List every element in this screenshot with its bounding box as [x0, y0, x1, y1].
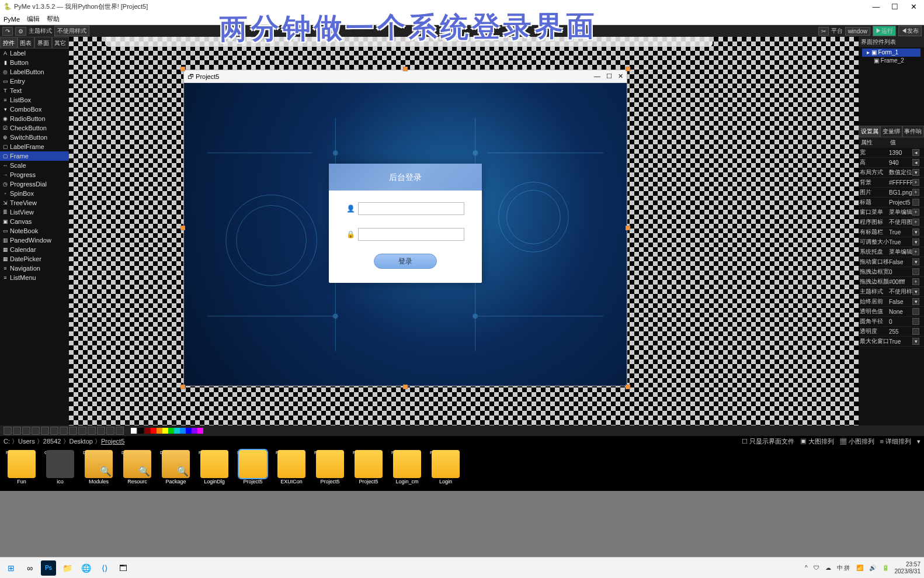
- tool-line-icon[interactable]: [13, 427, 21, 435]
- widget-navigation[interactable]: ≡Navigation: [0, 264, 69, 273]
- task-vscode-icon[interactable]: ⟨⟩: [97, 560, 112, 576]
- widget-scale[interactable]: ↔Scale: [0, 161, 69, 170]
- prop-row[interactable]: 透明度255: [859, 327, 924, 337]
- tree-frame2[interactable]: ▣ Frame_2: [862, 57, 920, 65]
- tray-wifi-icon[interactable]: 📶: [856, 565, 863, 571]
- widget-listbox[interactable]: ≡ListBox: [0, 95, 69, 105]
- tool-circle-icon[interactable]: [69, 427, 77, 435]
- design-window[interactable]: 🗗 Project5 — ☐ ✕: [183, 70, 627, 386]
- file-fun[interactable]: FILEFun: [5, 450, 39, 487]
- prop-row[interactable]: 拖拽边框颜色#00ffff+: [859, 277, 924, 287]
- platform-dropdown[interactable]: window: [845, 27, 870, 36]
- file-modules[interactable]: DIR🔍Modules: [82, 450, 116, 487]
- tray-ime[interactable]: 中 拼: [837, 564, 850, 572]
- tool-rrect-icon[interactable]: [50, 427, 58, 435]
- design-canvas[interactable]: 🗗 Project5 — ☐ ✕: [69, 37, 859, 425]
- path-seg[interactable]: 28542: [43, 438, 61, 445]
- minimize-button[interactable]: —: [871, 2, 881, 12]
- task-explorer-icon[interactable]: 📁: [60, 560, 75, 576]
- file-login[interactable]: PY-WILogin: [429, 450, 463, 487]
- file-ico[interactable]: COico: [43, 450, 77, 487]
- tool-diamond-icon[interactable]: [60, 427, 68, 435]
- view-detail[interactable]: 详细排列: [885, 438, 911, 445]
- run-button[interactable]: ▶运行: [873, 26, 896, 36]
- prop-row[interactable]: 标题Project5: [859, 198, 924, 207]
- widget-listmenu[interactable]: ≡ListMenu: [0, 273, 69, 282]
- tray-chevron-icon[interactable]: ^: [805, 565, 808, 571]
- widget-radiobutton[interactable]: ◉RadioButton: [0, 114, 69, 123]
- theme-dropdown[interactable]: 不使用样式: [54, 26, 89, 36]
- prop-row[interactable]: 程序图标不使用图+: [859, 217, 924, 227]
- tab-widgets[interactable]: 控件: [0, 37, 18, 49]
- widget-progressdial[interactable]: ◷ProgressDial: [0, 179, 69, 189]
- widget-datepicker[interactable]: ▦DatePicker: [0, 254, 69, 264]
- prop-row[interactable]: 系统托盘菜单编辑+: [859, 247, 924, 257]
- widget-treeview[interactable]: ⇲TreeView: [0, 198, 69, 207]
- publish-button[interactable]: ◀发布: [898, 26, 922, 36]
- prop-row[interactable]: 透明色值None: [859, 307, 924, 317]
- menu-pyme[interactable]: PyMe: [4, 16, 20, 23]
- file-login_cm[interactable]: PY-CMLogin_cm: [390, 450, 424, 487]
- tree-form1[interactable]: ▸ ▣ Form_1: [862, 49, 920, 57]
- widget-canvas[interactable]: ▣Canvas: [0, 217, 69, 226]
- swatch[interactable]: [131, 428, 137, 434]
- menu-edit[interactable]: 编辑: [27, 15, 40, 23]
- tool-tri-icon[interactable]: [32, 427, 40, 435]
- menu-help[interactable]: 帮助: [47, 15, 60, 23]
- prop-row[interactable]: 拖拽边框宽度0: [859, 267, 924, 277]
- file-project5[interactable]: PY-WIProject5: [236, 450, 270, 487]
- path-seg[interactable]: Project5: [101, 438, 124, 445]
- file-resourc[interactable]: DIR🔍Resourc: [120, 450, 154, 487]
- tool-rect-icon[interactable]: [41, 427, 49, 435]
- widget-switchbutton[interactable]: ⊕SwitchButton: [0, 133, 69, 142]
- prop-row[interactable]: 可调整大小True▾: [859, 237, 924, 247]
- prop-row[interactable]: 窗口菜单菜单编辑+: [859, 207, 924, 217]
- tool-x-icon[interactable]: [116, 427, 124, 435]
- tab-bind[interactable]: 变量绑: [880, 126, 902, 137]
- tool-select-icon[interactable]: [4, 427, 12, 435]
- prop-row[interactable]: 宽1390◂: [859, 148, 924, 158]
- tab-other[interactable]: 其它: [52, 37, 70, 49]
- design-max-icon[interactable]: ☐: [606, 72, 612, 80]
- widget-frame[interactable]: ▢Frame: [0, 151, 69, 161]
- prop-row[interactable]: 高940◂: [859, 158, 924, 168]
- tool-redo-icon[interactable]: ↷: [2, 27, 13, 36]
- tool-config-icon[interactable]: ⚙: [15, 27, 26, 36]
- task-copilot-icon[interactable]: ∞: [22, 560, 37, 576]
- prop-row[interactable]: 主题样式不使用样▾: [859, 287, 924, 297]
- clock[interactable]: 23:572023/8/31: [895, 561, 921, 575]
- view-small[interactable]: 小图排列: [849, 438, 874, 445]
- tool-drop-icon[interactable]: [78, 427, 86, 435]
- login-button[interactable]: 登录: [374, 254, 437, 269]
- path-seg[interactable]: C:: [4, 438, 10, 445]
- path-seg[interactable]: Desktop: [70, 438, 93, 445]
- widget-panedwindow[interactable]: ▥PanedWindow: [0, 236, 69, 245]
- task-edge-icon[interactable]: 🌐: [78, 560, 93, 576]
- path-seg[interactable]: Users: [18, 438, 35, 445]
- prop-row[interactable]: 背景#FFFFFF+: [859, 178, 924, 188]
- tab-props[interactable]: 设置属: [859, 126, 880, 137]
- tray-battery-icon[interactable]: 🔋: [882, 565, 889, 571]
- tab-ui[interactable]: 界面: [34, 37, 52, 49]
- widget-combobox[interactable]: ▾ComboBox: [0, 105, 69, 114]
- file-exuicon[interactable]: FILEEXUICon: [275, 450, 308, 487]
- prop-row[interactable]: 最大化窗口True▾: [859, 337, 924, 347]
- widget-button[interactable]: ▮Button: [0, 58, 69, 67]
- tool-fill-icon[interactable]: [106, 427, 114, 435]
- tray-shield-icon[interactable]: 🛡: [814, 565, 819, 571]
- password-input[interactable]: [358, 228, 464, 241]
- close-button[interactable]: ✕: [909, 2, 918, 12]
- widget-calendar[interactable]: ▦Calendar: [0, 245, 69, 254]
- widget-labelframe[interactable]: ▢LabelFrame: [0, 142, 69, 151]
- tool-star-icon[interactable]: [97, 427, 105, 435]
- tab-charts[interactable]: 图表: [18, 37, 35, 49]
- prop-row[interactable]: 布局方式数值定位▾: [859, 168, 924, 178]
- widget-notebook[interactable]: ▭NoteBook: [0, 226, 69, 236]
- palette[interactable]: [145, 428, 203, 434]
- filter-uifiles[interactable]: 只显示界面文件: [749, 438, 794, 445]
- widget-progress[interactable]: →Progress: [0, 170, 69, 179]
- prop-row[interactable]: 图片BG1.png+: [859, 188, 924, 198]
- task-ps-icon[interactable]: Ps: [41, 560, 56, 576]
- file-package[interactable]: DIR🔍Package: [159, 450, 193, 487]
- prop-row[interactable]: 始终居前False▾: [859, 297, 924, 307]
